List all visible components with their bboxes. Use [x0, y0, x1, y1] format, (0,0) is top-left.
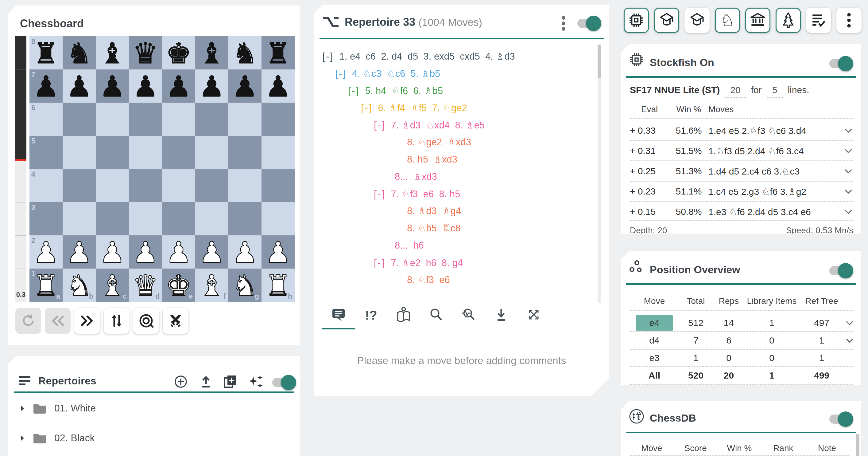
move-cell[interactable]: All: [630, 370, 679, 381]
white-pawn[interactable]: ♟: [228, 235, 261, 268]
task-list-check-button[interactable]: [806, 8, 831, 33]
move-line[interactable]: 8... h6: [395, 237, 424, 254]
black-knight[interactable]: ♞: [228, 36, 261, 69]
repertoire-folder[interactable]: 01. White: [20, 402, 96, 414]
move-text[interactable]: 8. ♗d3 ♗g4: [407, 205, 461, 216]
board-square[interactable]: [96, 103, 129, 136]
battle-button[interactable]: [163, 308, 188, 334]
expand-line-icon[interactable]: [836, 187, 853, 196]
board-square[interactable]: ♟: [261, 235, 294, 268]
chessdb-scrollbar[interactable]: [856, 434, 859, 456]
white-pawn[interactable]: ♟: [96, 235, 129, 268]
move-text[interactable]: 8... ♗xd3: [395, 171, 437, 182]
move-text[interactable]: 4. ♘c3 ♘c6 5. ♗b5: [352, 68, 440, 79]
move-line[interactable]: [-]7. ♗e2 h6 8. g4: [374, 254, 463, 271]
repertoire-toggle[interactable]: [577, 19, 600, 28]
move-text[interactable]: 7. ♗e2 h6 8. g4: [391, 257, 463, 268]
board-square[interactable]: [63, 103, 96, 136]
move-line[interactable]: 8. ♘b5 ♖c8: [407, 220, 461, 237]
board-square[interactable]: [96, 169, 129, 202]
white-pawn[interactable]: ♟: [162, 235, 195, 268]
move-text[interactable]: 8... h6: [395, 240, 424, 251]
collapse-toggle[interactable]: [-]: [374, 188, 385, 199]
board-square[interactable]: [129, 103, 162, 136]
board-square[interactable]: [96, 136, 129, 169]
position-row[interactable]: All520201499: [630, 367, 853, 384]
tab-analyze[interactable]: [453, 304, 485, 326]
move-text[interactable]: 7. ♗d3 ♘xd4 8. ♗e5: [391, 120, 485, 131]
board-square[interactable]: ♟: [228, 69, 261, 103]
move-line[interactable]: [-]5. h4 ♘f6 6. ♗b5: [348, 82, 443, 99]
board-square[interactable]: ♛: [129, 36, 162, 69]
move-line[interactable]: [-]4. ♘c3 ♘c6 5. ♗b5: [335, 65, 440, 82]
move-text[interactable]: 8. ♘ge2 ♗xd3: [407, 137, 471, 147]
tab-study[interactable]: [388, 304, 420, 326]
move-line[interactable]: [-]7. ♗d3 ♘xd4 8. ♗e5: [374, 116, 485, 134]
move-line[interactable]: [-]6. ♗f4 ♗f5 7. ♘ge2: [361, 99, 467, 116]
more-menu-icon[interactable]: [556, 15, 571, 33]
engine-chip-button[interactable]: [624, 8, 649, 33]
move-text[interactable]: 7. ♘f3 e6 8. h5: [391, 189, 460, 199]
board-square[interactable]: [195, 169, 228, 202]
expand-row-icon[interactable]: [845, 318, 855, 328]
board-square[interactable]: 6: [29, 103, 63, 136]
move-line[interactable]: 8. ♗d3 ♗g4: [407, 202, 461, 220]
board-square[interactable]: ♜: [261, 36, 294, 69]
collapse-toggle[interactable]: [-]: [335, 68, 346, 79]
black-pawn[interactable]: ♟: [195, 69, 228, 103]
tab-annotations[interactable]: !?: [355, 304, 388, 326]
board-square[interactable]: [261, 136, 294, 169]
board-square[interactable]: 8♜: [29, 36, 63, 69]
move-cell[interactable]: e3: [630, 353, 679, 363]
board-square[interactable]: ♟: [195, 69, 228, 103]
move-line[interactable]: [-]1. e4 c6 2. d4 d5 3. exd5 cxd5 4. ♗d3: [322, 48, 515, 65]
board-square[interactable]: ♟: [96, 69, 129, 103]
position-row[interactable]: d47601: [630, 332, 853, 349]
board-square[interactable]: [195, 202, 228, 235]
board-square[interactable]: [129, 169, 162, 202]
move-line[interactable]: 8. h5 ♗xd3: [407, 151, 457, 168]
move-cell[interactable]: d4: [630, 335, 679, 346]
board-square[interactable]: ♟: [63, 69, 96, 103]
board-square[interactable]: [228, 136, 261, 169]
board-square[interactable]: ♟: [96, 235, 129, 268]
position-row[interactable]: e31001: [630, 349, 853, 367]
duplicate-add-icon[interactable]: [222, 374, 238, 390]
board-square[interactable]: ♟: [162, 69, 195, 103]
expand-line-icon[interactable]: [836, 146, 853, 156]
engine-line-row[interactable]: + 0.3151.5%1.♘f3 d5 2.d4 ♘f6 3.c4: [630, 141, 853, 161]
engine-line-row[interactable]: + 0.1550.8%1.e3 ♘f6 2.d4 d5 3.c4 e6: [630, 202, 853, 222]
board-square[interactable]: [195, 103, 228, 136]
black-bishop[interactable]: ♝: [195, 36, 228, 69]
white-pawn[interactable]: ♟: [129, 235, 162, 268]
expand-line-icon[interactable]: [836, 166, 853, 176]
white-pawn[interactable]: ♟: [195, 235, 228, 268]
board-square[interactable]: h♜: [261, 268, 294, 302]
expand-line-icon[interactable]: [836, 126, 853, 136]
board-square[interactable]: [63, 136, 96, 169]
black-rook[interactable]: ♜: [261, 36, 294, 69]
add-repertoire-icon[interactable]: [174, 374, 188, 390]
black-bishop[interactable]: ♝: [96, 36, 129, 69]
board-square[interactable]: 2♟: [29, 235, 63, 268]
collapse-toggle[interactable]: [-]: [374, 119, 385, 131]
black-pawn[interactable]: ♟: [63, 69, 96, 103]
board-square[interactable]: ♟: [162, 235, 195, 268]
move-text[interactable]: 5. h4 ♘f6 6. ♗b5: [365, 85, 443, 96]
tree-button[interactable]: [776, 8, 801, 33]
board-square[interactable]: [228, 103, 261, 136]
board-square[interactable]: ♝: [96, 36, 129, 69]
engine-line-row[interactable]: + 0.2351.1%1.c4 e5 2.g3 ♘f6 3.♗g2: [630, 181, 853, 202]
board-square[interactable]: [162, 136, 195, 169]
board-square[interactable]: c♝: [96, 268, 129, 302]
board-square[interactable]: f♝: [195, 268, 228, 302]
move-line[interactable]: 8... ♗xd3: [395, 168, 437, 185]
repertoire-folder[interactable]: 02. Black: [20, 432, 95, 444]
ai-sparkles-icon[interactable]: [248, 374, 264, 391]
move-line[interactable]: 8. ♘ge2 ♗xd3: [407, 134, 471, 151]
board-square[interactable]: [129, 136, 162, 169]
board-square[interactable]: [261, 202, 294, 235]
repertoires-toggle[interactable]: [272, 378, 295, 387]
collapse-toggle[interactable]: [-]: [361, 102, 372, 113]
board-square[interactable]: ♟: [261, 69, 294, 103]
